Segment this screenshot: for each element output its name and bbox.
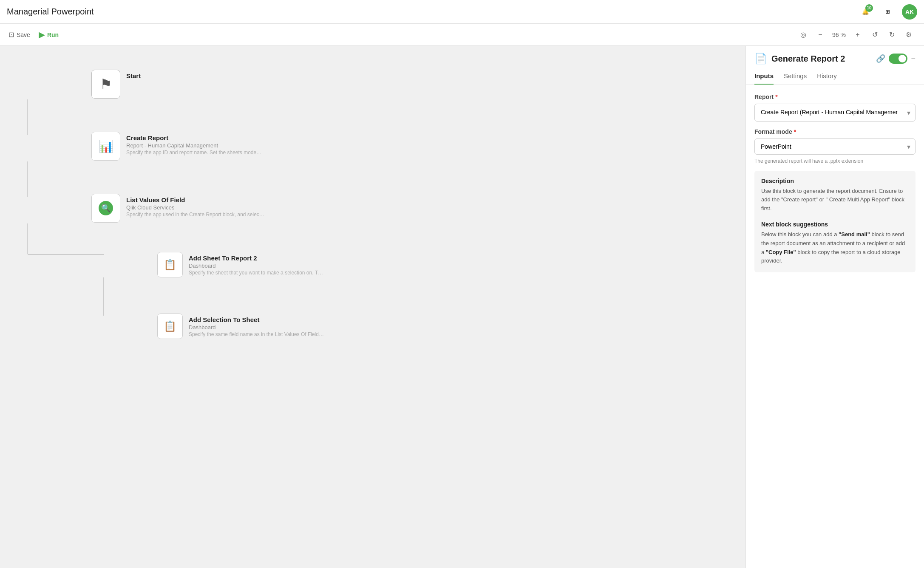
tab-settings[interactable]: Settings [784, 68, 807, 85]
toolbar: ⊡ Save ▶ Run ◎ − 96 % + ↺ ↻ ⚙ [0, 24, 924, 46]
connector-2 [27, 161, 28, 197]
add-selection-info: Add Selection To Sheet Dashboard Specify… [189, 314, 324, 337]
add-selection-subtitle: Dashboard [189, 324, 324, 331]
start-node-info: Start [126, 70, 141, 79]
undo-button[interactable]: ↺ [868, 28, 881, 42]
description-text: Use this block to generate the report do… [761, 187, 909, 213]
grid-icon: ⊞ [885, 8, 890, 15]
zoom-level: 96 % [830, 31, 847, 38]
format-mode-select[interactable]: PowerPoint PDF Excel [754, 138, 915, 155]
redo-button[interactable]: ↻ [885, 28, 898, 42]
add-selection-box: 📋 [157, 314, 183, 339]
report-field-label: Report * [754, 93, 915, 100]
location-button[interactable]: ◎ [796, 28, 810, 42]
apps-grid-button[interactable]: ⊞ [880, 4, 895, 20]
list-values-node[interactable]: 🔍 List Values Of Field Qlik Cloud Servic… [91, 194, 264, 223]
next-block-text: Below this block you can add a "Send mai… [761, 230, 909, 266]
add-selection-node[interactable]: 📋 Add Selection To Sheet Dashboard Speci… [157, 314, 324, 339]
toggle-switch[interactable] [889, 54, 907, 64]
notification-badge: 10 [865, 4, 873, 12]
list-values-box: 🔍 [91, 194, 120, 223]
add-sheet-title: Add Sheet To Report 2 [189, 254, 323, 262]
run-button[interactable]: ▶ Run [39, 30, 59, 40]
list-values-subtitle: Qlik Cloud Services [126, 204, 264, 211]
start-node[interactable]: ⚑ Start [91, 70, 141, 99]
main-content: ⚑ Start 📊 Create Report Report - Human C… [0, 46, 924, 568]
notification-button[interactable]: 🔔 10 [858, 4, 873, 20]
flow-container: ⚑ Start 📊 Create Report Report - Human C… [13, 59, 733, 398]
create-report-box: 📊 [91, 132, 120, 161]
panel-close-button[interactable]: − [911, 54, 915, 63]
top-bar: Managerial Powerpoint 🔔 10 ⊞ AK [0, 0, 924, 24]
zoom-in-button[interactable]: + [851, 28, 864, 42]
panel-icon: 📄 [754, 53, 767, 65]
add-sheet-desc: Specify the sheet that you want to make … [189, 270, 323, 276]
connector-4 [103, 277, 104, 316]
tab-history[interactable]: History [817, 68, 837, 85]
search-circle-icon: 🔍 [99, 201, 113, 215]
tab-inputs[interactable]: Inputs [754, 68, 774, 85]
toolbar-left: ⊡ Save ▶ Run [9, 30, 59, 40]
create-report-node[interactable]: 📊 Create Report Report - Human Capital M… [91, 132, 261, 161]
panel-title: Generate Report 2 [771, 54, 845, 64]
connector-3 [27, 223, 28, 254]
top-bar-right: 🔔 10 ⊞ AK [858, 4, 917, 20]
avatar[interactable]: AK [902, 4, 917, 20]
selection-icon: 📋 [164, 320, 176, 332]
minus-icon: − [818, 31, 822, 39]
zoom-out-button[interactable]: − [813, 28, 827, 42]
right-panel: 📄 Generate Report 2 🔗 − Inputs Settings … [745, 46, 924, 568]
create-report-info: Create Report Report - Human Capital Man… [126, 132, 261, 155]
undo-icon: ↺ [872, 31, 878, 39]
plus-icon: + [856, 31, 859, 39]
description-title: Description [761, 178, 909, 184]
minus-icon: − [911, 54, 915, 63]
description-box: Description Use this block to generate t… [754, 171, 915, 273]
panel-content: Report * Create Report (Report - Human C… [746, 85, 924, 568]
panel-header: 📄 Generate Report 2 🔗 − [746, 46, 924, 68]
add-selection-title: Add Selection To Sheet [189, 316, 324, 323]
gear-icon: ⚙ [906, 31, 912, 39]
canvas-area[interactable]: ⚑ Start 📊 Create Report Report - Human C… [0, 46, 745, 568]
report-icon: 📊 [99, 139, 113, 153]
format-mode-label: Format mode * [754, 128, 915, 135]
flag-icon: ⚑ [100, 76, 112, 92]
add-sheet-box: 📋 [157, 252, 183, 277]
create-report-title: Create Report [126, 134, 261, 141]
start-node-title: Start [126, 72, 141, 79]
format-mode-hint: The generated report will have a .pptx e… [754, 158, 915, 164]
save-button[interactable]: ⊡ Save [9, 31, 30, 39]
report-select[interactable]: Create Report (Report - Human Capital Ma… [754, 104, 915, 122]
add-selection-desc: Specify the same field name as in the Li… [189, 331, 324, 337]
list-values-info: List Values Of Field Qlik Cloud Services… [126, 194, 264, 218]
next-block-title: Next block suggestions [761, 221, 909, 228]
toolbar-right: ◎ − 96 % + ↺ ↻ ⚙ [796, 28, 915, 42]
list-values-desc: Specify the app used in the Create Repor… [126, 212, 264, 218]
link-icon: 🔗 [876, 54, 885, 63]
report-select-wrapper: Create Report (Report - Human Capital Ma… [754, 104, 915, 122]
run-icon: ▶ [39, 30, 45, 40]
start-node-box: ⚑ [91, 70, 120, 99]
panel-title-row: 📄 Generate Report 2 [754, 53, 845, 65]
add-sheet-subtitle: Dashboard [189, 263, 323, 269]
redo-icon: ↻ [889, 31, 895, 39]
add-sheet-info: Add Sheet To Report 2 Dashboard Specify … [189, 252, 323, 276]
branch-connector-h [28, 254, 104, 255]
format-mode-wrapper: PowerPoint PDF Excel ▾ [754, 138, 915, 155]
panel-tabs: Inputs Settings History [746, 68, 924, 85]
save-icon: ⊡ [9, 31, 14, 39]
list-values-title: List Values Of Field [126, 196, 264, 203]
crosshair-icon: ◎ [800, 31, 806, 39]
settings-button[interactable]: ⚙ [902, 28, 915, 42]
sheet-icon: 📋 [164, 259, 176, 271]
app-title: Managerial Powerpoint [7, 7, 94, 17]
report-required-star: * [775, 93, 777, 100]
connector-1 [27, 99, 28, 135]
create-report-desc: Specify the app ID and report name. Set … [126, 150, 261, 155]
format-required-star: * [794, 128, 796, 135]
create-report-subtitle: Report - Human Capital Management [126, 142, 261, 149]
add-sheet-node[interactable]: 📋 Add Sheet To Report 2 Dashboard Specif… [157, 252, 323, 277]
